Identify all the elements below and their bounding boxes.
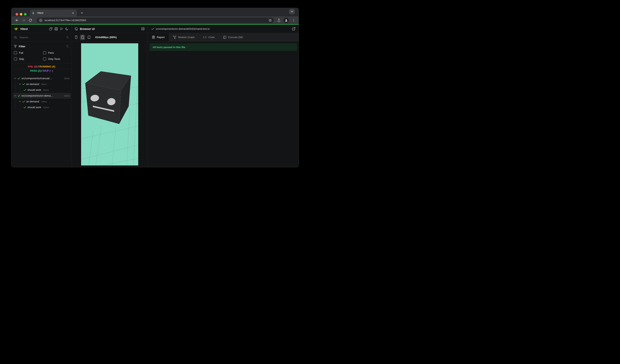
back-arrow-icon xyxy=(15,19,19,22)
detail-panel: src/components/on-demand/OnDemand.test.t… xyxy=(148,25,299,167)
filter-checkbox-only-tests[interactable]: Only Tests xyxy=(43,57,69,61)
test-file-row-selected[interactable]: src/components/on-dema… 43ms xyxy=(13,93,71,99)
filter-checkbox-fail[interactable]: Fail xyxy=(14,50,43,55)
filter-checkbox-pass[interactable]: Pass xyxy=(43,50,69,55)
checkbox-icon[interactable] xyxy=(14,58,17,60)
sidebar-header: Vitest xyxy=(11,25,72,33)
forward-arrow-icon xyxy=(22,19,25,22)
device-phone-plus-icon[interactable] xyxy=(80,34,85,40)
address-bar[interactable]: localhost:5173/#/?file=1828625563 xyxy=(37,17,274,23)
clear-filter-icon[interactable] xyxy=(66,45,69,48)
traffic-lights xyxy=(16,13,27,15)
app-title: Vitest xyxy=(20,27,28,30)
globe-icon xyxy=(75,27,78,30)
vitest-logo xyxy=(14,27,18,31)
test-case-name: should work xyxy=(27,106,41,109)
open-external-icon[interactable] xyxy=(292,27,295,30)
url-text[interactable]: localhost:5173/#/?file=1828625563 xyxy=(45,19,268,22)
status-line-1: FAIL (0)/RUNNING (0) xyxy=(26,64,57,69)
tab-label: Console (69) xyxy=(228,36,243,39)
checkbox-icon[interactable] xyxy=(14,51,17,54)
test-status-summary: FAIL (0)/RUNNING (0) PASS (2)/SKIP (--) xyxy=(11,63,72,74)
tab-console[interactable]: Console (69) xyxy=(219,33,247,41)
minimize-window-button[interactable] xyxy=(20,13,22,15)
search-row xyxy=(11,33,72,42)
bookmark-star-icon[interactable] xyxy=(268,19,272,22)
person-icon xyxy=(285,19,288,22)
device-tablet-icon[interactable] xyxy=(86,34,92,40)
test-file-row[interactable]: src/components/manual/… 56ms xyxy=(13,75,71,81)
filter-label: Only Tests xyxy=(48,58,60,60)
profile-avatar[interactable] xyxy=(284,18,289,23)
skip-count: SKIP (--) xyxy=(43,69,53,72)
chevron-down-icon xyxy=(291,11,293,12)
tab-search-button[interactable] xyxy=(289,9,295,14)
test-suite-row[interactable]: on demand 43ms xyxy=(13,99,71,104)
forward-button[interactable] xyxy=(21,18,26,23)
tab-label: Module Graph xyxy=(178,36,195,39)
tab-label: Code xyxy=(208,36,215,39)
preview-header: Browser UI xyxy=(72,25,148,33)
reload-icon xyxy=(29,19,32,22)
tab-report[interactable]: Report xyxy=(148,33,169,41)
vitest-ui: Vitest xyxy=(11,25,299,167)
console-icon xyxy=(223,36,226,39)
clipboard-icon xyxy=(152,36,155,39)
tab-label: Report xyxy=(157,36,165,39)
pass-check-icon xyxy=(17,95,21,97)
test-suite-row[interactable]: on demand 56ms xyxy=(13,81,71,87)
browser-tab-vitest[interactable]: Vitest ✕ xyxy=(30,10,77,16)
module-graph-icon xyxy=(173,36,176,39)
device-toolbar: 414x896px (68%) xyxy=(72,33,148,42)
reload-button[interactable] xyxy=(28,18,33,23)
test-suite-name: on demand xyxy=(26,100,39,103)
test-case-row[interactable]: should work 43ms xyxy=(13,104,71,110)
detail-tabs: Report Module Graph xyxy=(148,33,299,42)
filter-options: Fail Pass Skip Only Tests xyxy=(14,50,69,61)
dark-mode-moon-icon[interactable] xyxy=(65,27,69,31)
close-window-button[interactable] xyxy=(16,13,18,15)
browser-toolbar: localhost:5173/#/?file=1828625563 xyxy=(11,16,299,24)
test-suite-name: on demand xyxy=(26,83,39,86)
search-icon xyxy=(14,36,17,39)
search-input[interactable] xyxy=(19,36,66,39)
tab-close-icon[interactable]: ✕ xyxy=(72,11,75,15)
test-case-row[interactable]: should work 55ms xyxy=(13,87,71,93)
test-file-path: src/components/on-demand/OnDemand.test.t… xyxy=(156,27,210,30)
viewport-size-label: 414x896px (68%) xyxy=(95,36,117,39)
vitest-favicon xyxy=(32,12,35,15)
filter-checkbox-skip[interactable]: Skip xyxy=(14,57,43,61)
open-in-panel-icon[interactable] xyxy=(141,27,145,31)
collapse-panels-icon[interactable] xyxy=(48,27,53,31)
experiments-flask-icon[interactable] xyxy=(277,18,281,23)
app-under-test-viewport[interactable] xyxy=(81,43,138,165)
chevron-down-icon[interactable] xyxy=(18,83,22,85)
tab-strip: Vitest ✕ + xyxy=(11,8,299,16)
running-count: RUNNING (0) xyxy=(39,65,55,68)
test-duration: 43ms xyxy=(64,95,70,97)
checkbox-icon[interactable] xyxy=(43,58,46,60)
site-info-icon[interactable] xyxy=(39,18,43,23)
browser-window: Vitest ✕ + xyxy=(11,8,299,167)
checkbox-icon[interactable] xyxy=(43,51,46,54)
test-duration: 56ms xyxy=(64,77,70,80)
clear-search-filter-icon[interactable] xyxy=(66,36,69,39)
file-path-row: src/components/on-demand/OnDemand.test.t… xyxy=(148,25,299,33)
code-icon xyxy=(203,36,206,39)
sidebar: Vitest xyxy=(11,25,72,167)
back-button[interactable] xyxy=(14,18,19,23)
chevron-down-icon[interactable] xyxy=(18,101,22,102)
tab-module-graph[interactable]: Module Graph xyxy=(169,33,199,41)
new-tab-button[interactable]: + xyxy=(79,10,84,15)
browser-menu-icon[interactable] xyxy=(291,18,296,23)
chevron-down-icon[interactable] xyxy=(13,78,17,79)
all-tests-passed-banner: All tests passed in this file xyxy=(149,43,297,51)
dashboard-icon[interactable] xyxy=(54,27,58,31)
toolbar-right-icons xyxy=(277,18,296,23)
status-line-2: PASS (2)/SKIP (--) xyxy=(28,69,55,73)
device-phone-small-icon[interactable] xyxy=(74,34,79,40)
chevron-down-icon[interactable] xyxy=(13,95,17,96)
tab-code[interactable]: Code xyxy=(199,33,219,41)
zoom-window-button[interactable] xyxy=(24,13,27,15)
run-all-icon[interactable] xyxy=(59,27,64,31)
